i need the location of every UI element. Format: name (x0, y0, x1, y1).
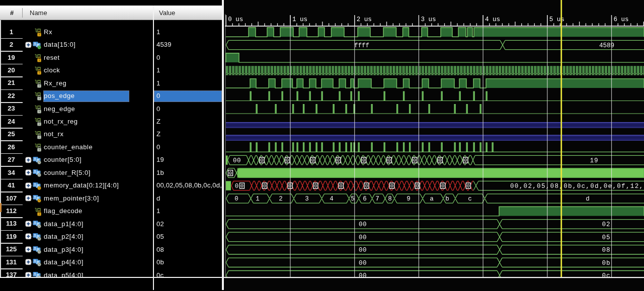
svg-text:5 us: 5 us (549, 16, 565, 23)
svg-text:1 us: 1 us (292, 16, 307, 23)
svg-text:0: 0 (464, 158, 467, 163)
svg-text:00: 00 (359, 247, 367, 254)
svg-text:9: 9 (407, 196, 411, 203)
svg-text:ffff: ffff (354, 42, 369, 49)
svg-text:1: 1 (256, 196, 260, 203)
svg-text:0: 0 (286, 158, 289, 163)
svg-text:0: 0 (311, 158, 314, 163)
svg-text:0: 0 (235, 183, 239, 190)
svg-text:0 us: 0 us (228, 16, 243, 23)
svg-text:0: 0 (337, 158, 340, 163)
svg-text:2: 2 (279, 196, 283, 203)
svg-text:0: 0 (439, 158, 442, 163)
svg-text:4: 4 (330, 196, 334, 203)
svg-text:0: 0 (260, 158, 263, 163)
svg-text:3: 3 (305, 196, 309, 203)
svg-text:8: 8 (388, 196, 392, 203)
svg-text:6 us: 6 us (614, 16, 629, 23)
svg-text:0: 0 (263, 183, 266, 189)
svg-text:0: 0 (240, 183, 244, 189)
svg-text:6: 6 (363, 196, 367, 203)
svg-text:00,02,05,08,0b,0c,0d,0e,0f,12,: 00,02,05,08,0b,0c,0d,0e,0f,12, (510, 183, 643, 190)
svg-text:0b: 0b (602, 260, 610, 267)
svg-text:0: 0 (362, 158, 365, 163)
svg-text:4 us: 4 us (485, 16, 500, 23)
svg-text:0: 0 (340, 183, 343, 189)
svg-text:00: 00 (359, 221, 367, 228)
svg-text:00: 00 (359, 234, 367, 241)
svg-text:00: 00 (233, 157, 241, 164)
svg-text:08: 08 (602, 247, 610, 254)
svg-text:4589: 4589 (599, 42, 614, 49)
svg-text:19: 19 (590, 157, 598, 164)
svg-text:0: 0 (413, 158, 416, 163)
svg-text:02: 02 (602, 221, 610, 228)
svg-text:0: 0 (467, 183, 470, 189)
svg-text:0: 0 (234, 196, 238, 203)
svg-text:c: c (468, 196, 472, 203)
svg-text:00: 00 (359, 260, 367, 267)
svg-text:d: d (586, 196, 590, 203)
svg-text:2 us: 2 us (357, 16, 372, 23)
svg-text:7: 7 (375, 196, 379, 203)
svg-text:0: 0 (441, 183, 444, 189)
svg-text:0: 0 (314, 183, 317, 189)
svg-text:3 us: 3 us (421, 16, 436, 23)
svg-text:0: 0 (416, 183, 419, 189)
svg-text:b: b (445, 196, 449, 203)
svg-text:0: 0 (229, 171, 232, 176)
svg-text:0: 0 (387, 158, 390, 163)
svg-text:0: 0 (390, 183, 393, 189)
svg-text:5: 5 (351, 196, 355, 203)
svg-text:a: a (430, 196, 434, 203)
svg-text:0: 0 (365, 183, 368, 189)
svg-text:05: 05 (602, 234, 610, 241)
